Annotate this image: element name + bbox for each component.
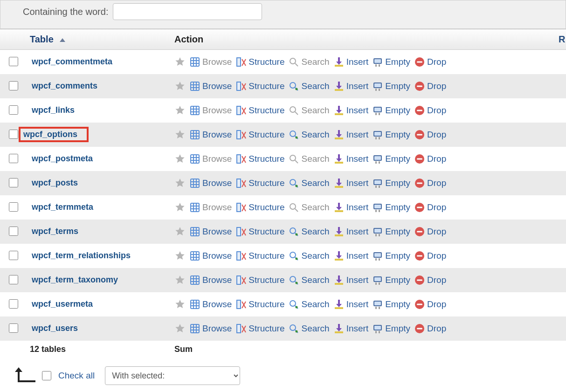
empty-link[interactable]: Empty — [372, 81, 410, 92]
favorite-star-icon[interactable] — [174, 202, 186, 213]
table-name-link[interactable]: wpcf_usermeta — [30, 298, 95, 310]
row-checkbox[interactable] — [9, 154, 18, 163]
search-link[interactable]: Search — [288, 275, 329, 286]
table-name-link[interactable]: wpcf_termmeta — [30, 201, 95, 213]
drop-link[interactable]: Drop — [414, 250, 446, 261]
structure-link[interactable]: Structure — [235, 129, 284, 140]
table-name-link[interactable]: wpcf_comments — [30, 80, 99, 92]
table-name-link[interactable]: wpcf_links — [30, 104, 76, 116]
drop-link[interactable]: Drop — [414, 129, 446, 140]
empty-link[interactable]: Empty — [372, 202, 410, 213]
insert-link[interactable]: Insert — [333, 153, 369, 165]
browse-link[interactable]: Browse — [189, 81, 232, 92]
search-link[interactable]: Search — [288, 202, 329, 213]
table-name-link[interactable]: wpcf_term_relationships — [30, 250, 132, 261]
with-selected-dropdown[interactable]: With selected: — [105, 366, 240, 385]
structure-link[interactable]: Structure — [235, 275, 284, 286]
row-checkbox[interactable] — [9, 323, 18, 333]
drop-link[interactable]: Drop — [414, 323, 446, 334]
structure-link[interactable]: Structure — [235, 56, 284, 68]
search-link[interactable]: Search — [288, 299, 329, 310]
empty-link[interactable]: Empty — [372, 153, 410, 165]
row-checkbox[interactable] — [9, 275, 18, 284]
insert-link[interactable]: Insert — [333, 323, 369, 334]
row-checkbox[interactable] — [9, 81, 18, 90]
favorite-star-icon[interactable] — [174, 226, 186, 237]
empty-link[interactable]: Empty — [372, 323, 410, 334]
drop-link[interactable]: Drop — [414, 275, 446, 286]
check-all[interactable]: Check all — [40, 370, 95, 382]
browse-link[interactable]: Browse — [189, 202, 232, 213]
empty-link[interactable]: Empty — [372, 250, 410, 261]
favorite-star-icon[interactable] — [174, 129, 186, 140]
table-name-link[interactable]: wpcf_terms — [30, 226, 80, 237]
browse-link[interactable]: Browse — [189, 178, 232, 189]
row-checkbox[interactable] — [9, 251, 18, 260]
empty-link[interactable]: Empty — [372, 226, 410, 237]
search-link[interactable]: Search — [288, 250, 329, 261]
drop-link[interactable]: Drop — [414, 226, 446, 237]
insert-link[interactable]: Insert — [333, 129, 369, 140]
browse-link[interactable]: Browse — [189, 323, 232, 334]
favorite-star-icon[interactable] — [174, 81, 186, 92]
search-link[interactable]: Search — [288, 105, 329, 116]
insert-link[interactable]: Insert — [333, 275, 369, 286]
drop-link[interactable]: Drop — [414, 299, 446, 310]
insert-link[interactable]: Insert — [333, 105, 369, 116]
insert-link[interactable]: Insert — [333, 56, 369, 68]
structure-link[interactable]: Structure — [235, 323, 284, 334]
empty-link[interactable]: Empty — [372, 275, 410, 286]
search-link[interactable]: Search — [288, 153, 329, 165]
insert-link[interactable]: Insert — [333, 178, 369, 189]
favorite-star-icon[interactable] — [174, 250, 186, 261]
row-checkbox[interactable] — [9, 227, 18, 236]
insert-link[interactable]: Insert — [333, 202, 369, 213]
favorite-star-icon[interactable] — [174, 153, 186, 165]
structure-link[interactable]: Structure — [235, 299, 284, 310]
browse-link[interactable]: Browse — [189, 275, 232, 286]
browse-link[interactable]: Browse — [189, 153, 232, 165]
favorite-star-icon[interactable] — [174, 323, 186, 334]
search-link[interactable]: Search — [288, 226, 329, 237]
structure-link[interactable]: Structure — [235, 250, 284, 261]
drop-link[interactable]: Drop — [414, 105, 446, 116]
structure-link[interactable]: Structure — [235, 153, 284, 165]
search-link[interactable]: Search — [288, 81, 329, 92]
header-table[interactable]: Table — [26, 29, 171, 50]
row-checkbox[interactable] — [9, 202, 18, 212]
favorite-star-icon[interactable] — [174, 56, 186, 68]
structure-link[interactable]: Structure — [235, 178, 284, 189]
header-rows[interactable]: R — [555, 29, 566, 50]
search-link[interactable]: Search — [288, 178, 329, 189]
drop-link[interactable]: Drop — [414, 202, 446, 213]
browse-link[interactable]: Browse — [189, 299, 232, 310]
insert-link[interactable]: Insert — [333, 81, 369, 92]
drop-link[interactable]: Drop — [414, 178, 446, 189]
browse-link[interactable]: Browse — [189, 250, 232, 261]
drop-link[interactable]: Drop — [414, 56, 446, 68]
row-checkbox[interactable] — [9, 105, 18, 115]
browse-link[interactable]: Browse — [189, 226, 232, 237]
search-link[interactable]: Search — [288, 129, 329, 140]
drop-link[interactable]: Drop — [414, 153, 446, 165]
check-all-box[interactable] — [42, 371, 51, 380]
structure-link[interactable]: Structure — [235, 105, 284, 116]
insert-link[interactable]: Insert — [333, 250, 369, 261]
search-link[interactable]: Search — [288, 323, 329, 334]
browse-link[interactable]: Browse — [189, 56, 232, 68]
browse-link[interactable]: Browse — [189, 105, 232, 116]
favorite-star-icon[interactable] — [174, 299, 186, 310]
table-name-link[interactable]: wpcf_posts — [30, 177, 80, 189]
table-name-link[interactable]: wpcf_term_taxonomy — [30, 274, 120, 286]
favorite-star-icon[interactable] — [174, 275, 186, 286]
row-checkbox[interactable] — [9, 178, 18, 187]
search-link[interactable]: Search — [288, 56, 329, 68]
row-checkbox[interactable] — [9, 299, 18, 309]
empty-link[interactable]: Empty — [372, 105, 410, 116]
empty-link[interactable]: Empty — [372, 299, 410, 310]
empty-link[interactable]: Empty — [372, 178, 410, 189]
browse-link[interactable]: Browse — [189, 129, 232, 140]
filter-input[interactable] — [113, 3, 262, 20]
table-name-link[interactable]: wpcf_commentmeta — [30, 56, 114, 68]
table-name-link[interactable]: wpcf_options — [19, 127, 89, 142]
